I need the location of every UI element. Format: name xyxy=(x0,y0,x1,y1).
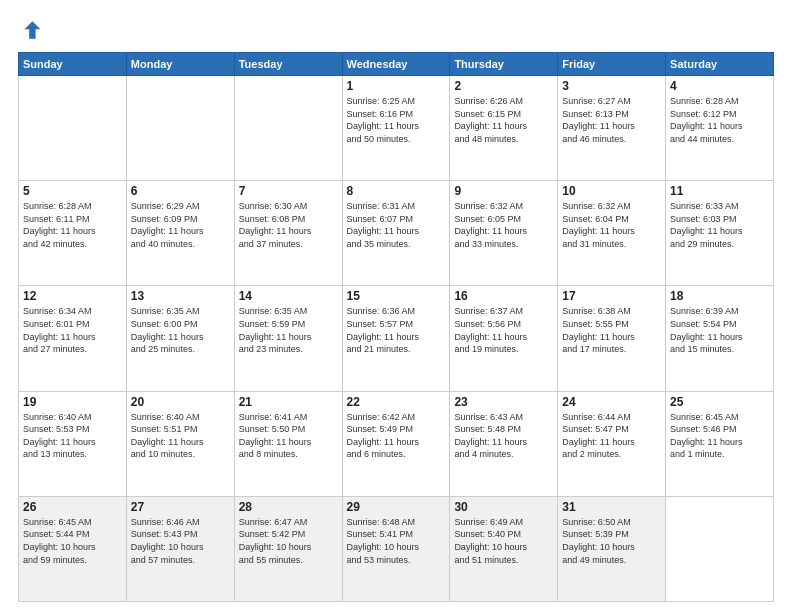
day-info: Sunrise: 6:44 AM Sunset: 5:47 PM Dayligh… xyxy=(562,411,661,461)
calendar-week-3: 12Sunrise: 6:34 AM Sunset: 6:01 PM Dayli… xyxy=(19,286,774,391)
calendar-cell: 9Sunrise: 6:32 AM Sunset: 6:05 PM Daylig… xyxy=(450,181,558,286)
calendar-cell: 23Sunrise: 6:43 AM Sunset: 5:48 PM Dayli… xyxy=(450,391,558,496)
svg-marker-0 xyxy=(24,21,40,39)
day-info: Sunrise: 6:36 AM Sunset: 5:57 PM Dayligh… xyxy=(347,305,446,355)
logo-icon xyxy=(18,18,42,42)
day-number: 3 xyxy=(562,79,661,93)
day-info: Sunrise: 6:34 AM Sunset: 6:01 PM Dayligh… xyxy=(23,305,122,355)
calendar-cell: 15Sunrise: 6:36 AM Sunset: 5:57 PM Dayli… xyxy=(342,286,450,391)
day-header-monday: Monday xyxy=(126,53,234,76)
day-number: 18 xyxy=(670,289,769,303)
calendar-header-row: SundayMondayTuesdayWednesdayThursdayFrid… xyxy=(19,53,774,76)
day-number: 2 xyxy=(454,79,553,93)
day-number: 6 xyxy=(131,184,230,198)
day-info: Sunrise: 6:38 AM Sunset: 5:55 PM Dayligh… xyxy=(562,305,661,355)
calendar-week-1: 1Sunrise: 6:25 AM Sunset: 6:16 PM Daylig… xyxy=(19,76,774,181)
day-number: 12 xyxy=(23,289,122,303)
day-number: 29 xyxy=(347,500,446,514)
calendar-cell: 2Sunrise: 6:26 AM Sunset: 6:15 PM Daylig… xyxy=(450,76,558,181)
calendar-cell: 22Sunrise: 6:42 AM Sunset: 5:49 PM Dayli… xyxy=(342,391,450,496)
day-info: Sunrise: 6:49 AM Sunset: 5:40 PM Dayligh… xyxy=(454,516,553,566)
day-info: Sunrise: 6:45 AM Sunset: 5:46 PM Dayligh… xyxy=(670,411,769,461)
day-info: Sunrise: 6:31 AM Sunset: 6:07 PM Dayligh… xyxy=(347,200,446,250)
day-info: Sunrise: 6:25 AM Sunset: 6:16 PM Dayligh… xyxy=(347,95,446,145)
calendar-cell: 8Sunrise: 6:31 AM Sunset: 6:07 PM Daylig… xyxy=(342,181,450,286)
calendar-cell: 1Sunrise: 6:25 AM Sunset: 6:16 PM Daylig… xyxy=(342,76,450,181)
calendar-cell xyxy=(234,76,342,181)
calendar-cell: 7Sunrise: 6:30 AM Sunset: 6:08 PM Daylig… xyxy=(234,181,342,286)
calendar-cell: 3Sunrise: 6:27 AM Sunset: 6:13 PM Daylig… xyxy=(558,76,666,181)
day-info: Sunrise: 6:40 AM Sunset: 5:51 PM Dayligh… xyxy=(131,411,230,461)
calendar-cell: 12Sunrise: 6:34 AM Sunset: 6:01 PM Dayli… xyxy=(19,286,127,391)
day-number: 24 xyxy=(562,395,661,409)
calendar-cell: 30Sunrise: 6:49 AM Sunset: 5:40 PM Dayli… xyxy=(450,496,558,601)
day-header-wednesday: Wednesday xyxy=(342,53,450,76)
day-number: 19 xyxy=(23,395,122,409)
day-number: 11 xyxy=(670,184,769,198)
day-header-saturday: Saturday xyxy=(666,53,774,76)
day-header-tuesday: Tuesday xyxy=(234,53,342,76)
day-info: Sunrise: 6:37 AM Sunset: 5:56 PM Dayligh… xyxy=(454,305,553,355)
day-number: 9 xyxy=(454,184,553,198)
day-number: 14 xyxy=(239,289,338,303)
day-info: Sunrise: 6:27 AM Sunset: 6:13 PM Dayligh… xyxy=(562,95,661,145)
calendar-cell: 26Sunrise: 6:45 AM Sunset: 5:44 PM Dayli… xyxy=(19,496,127,601)
calendar-week-5: 26Sunrise: 6:45 AM Sunset: 5:44 PM Dayli… xyxy=(19,496,774,601)
day-number: 21 xyxy=(239,395,338,409)
calendar-cell: 29Sunrise: 6:48 AM Sunset: 5:41 PM Dayli… xyxy=(342,496,450,601)
day-info: Sunrise: 6:28 AM Sunset: 6:12 PM Dayligh… xyxy=(670,95,769,145)
logo xyxy=(18,18,46,42)
calendar-cell: 20Sunrise: 6:40 AM Sunset: 5:51 PM Dayli… xyxy=(126,391,234,496)
calendar-cell: 24Sunrise: 6:44 AM Sunset: 5:47 PM Dayli… xyxy=(558,391,666,496)
calendar-cell: 31Sunrise: 6:50 AM Sunset: 5:39 PM Dayli… xyxy=(558,496,666,601)
calendar-week-4: 19Sunrise: 6:40 AM Sunset: 5:53 PM Dayli… xyxy=(19,391,774,496)
calendar-page: SundayMondayTuesdayWednesdayThursdayFrid… xyxy=(0,0,792,612)
calendar-cell xyxy=(126,76,234,181)
calendar-cell: 18Sunrise: 6:39 AM Sunset: 5:54 PM Dayli… xyxy=(666,286,774,391)
calendar-cell: 6Sunrise: 6:29 AM Sunset: 6:09 PM Daylig… xyxy=(126,181,234,286)
calendar-cell: 16Sunrise: 6:37 AM Sunset: 5:56 PM Dayli… xyxy=(450,286,558,391)
day-info: Sunrise: 6:42 AM Sunset: 5:49 PM Dayligh… xyxy=(347,411,446,461)
calendar-week-2: 5Sunrise: 6:28 AM Sunset: 6:11 PM Daylig… xyxy=(19,181,774,286)
day-number: 5 xyxy=(23,184,122,198)
day-info: Sunrise: 6:43 AM Sunset: 5:48 PM Dayligh… xyxy=(454,411,553,461)
day-info: Sunrise: 6:46 AM Sunset: 5:43 PM Dayligh… xyxy=(131,516,230,566)
calendar-cell: 4Sunrise: 6:28 AM Sunset: 6:12 PM Daylig… xyxy=(666,76,774,181)
day-info: Sunrise: 6:45 AM Sunset: 5:44 PM Dayligh… xyxy=(23,516,122,566)
day-info: Sunrise: 6:35 AM Sunset: 6:00 PM Dayligh… xyxy=(131,305,230,355)
calendar-cell: 11Sunrise: 6:33 AM Sunset: 6:03 PM Dayli… xyxy=(666,181,774,286)
day-number: 25 xyxy=(670,395,769,409)
calendar-cell: 13Sunrise: 6:35 AM Sunset: 6:00 PM Dayli… xyxy=(126,286,234,391)
calendar-cell: 25Sunrise: 6:45 AM Sunset: 5:46 PM Dayli… xyxy=(666,391,774,496)
calendar-cell xyxy=(19,76,127,181)
day-info: Sunrise: 6:48 AM Sunset: 5:41 PM Dayligh… xyxy=(347,516,446,566)
day-info: Sunrise: 6:47 AM Sunset: 5:42 PM Dayligh… xyxy=(239,516,338,566)
day-info: Sunrise: 6:33 AM Sunset: 6:03 PM Dayligh… xyxy=(670,200,769,250)
day-number: 30 xyxy=(454,500,553,514)
day-info: Sunrise: 6:50 AM Sunset: 5:39 PM Dayligh… xyxy=(562,516,661,566)
day-number: 1 xyxy=(347,79,446,93)
day-info: Sunrise: 6:41 AM Sunset: 5:50 PM Dayligh… xyxy=(239,411,338,461)
day-info: Sunrise: 6:32 AM Sunset: 6:05 PM Dayligh… xyxy=(454,200,553,250)
calendar-table: SundayMondayTuesdayWednesdayThursdayFrid… xyxy=(18,52,774,602)
calendar-cell: 21Sunrise: 6:41 AM Sunset: 5:50 PM Dayli… xyxy=(234,391,342,496)
day-number: 7 xyxy=(239,184,338,198)
day-info: Sunrise: 6:32 AM Sunset: 6:04 PM Dayligh… xyxy=(562,200,661,250)
calendar-cell: 28Sunrise: 6:47 AM Sunset: 5:42 PM Dayli… xyxy=(234,496,342,601)
day-number: 10 xyxy=(562,184,661,198)
calendar-cell: 17Sunrise: 6:38 AM Sunset: 5:55 PM Dayli… xyxy=(558,286,666,391)
day-number: 22 xyxy=(347,395,446,409)
day-header-thursday: Thursday xyxy=(450,53,558,76)
day-number: 8 xyxy=(347,184,446,198)
day-number: 15 xyxy=(347,289,446,303)
day-info: Sunrise: 6:35 AM Sunset: 5:59 PM Dayligh… xyxy=(239,305,338,355)
day-number: 4 xyxy=(670,79,769,93)
calendar-cell: 14Sunrise: 6:35 AM Sunset: 5:59 PM Dayli… xyxy=(234,286,342,391)
calendar-cell: 10Sunrise: 6:32 AM Sunset: 6:04 PM Dayli… xyxy=(558,181,666,286)
day-number: 28 xyxy=(239,500,338,514)
day-number: 16 xyxy=(454,289,553,303)
day-number: 23 xyxy=(454,395,553,409)
header xyxy=(18,18,774,42)
day-info: Sunrise: 6:29 AM Sunset: 6:09 PM Dayligh… xyxy=(131,200,230,250)
day-info: Sunrise: 6:30 AM Sunset: 6:08 PM Dayligh… xyxy=(239,200,338,250)
